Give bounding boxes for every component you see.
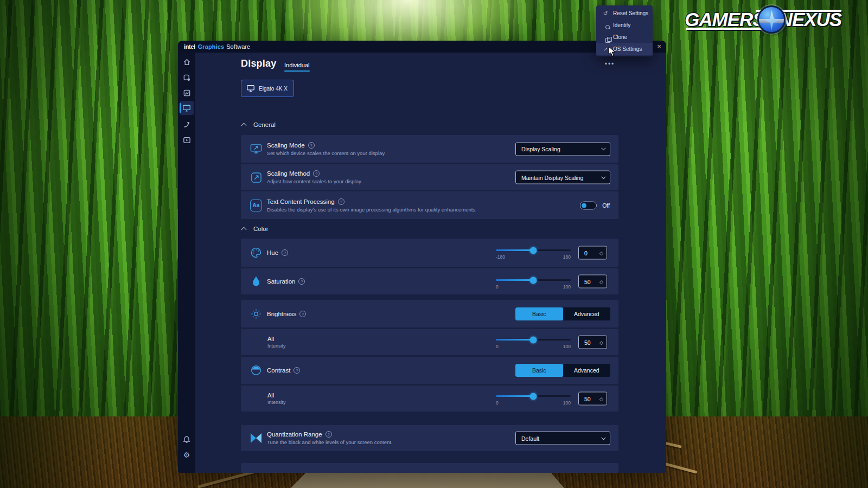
- collapse-general-icon[interactable]: [241, 123, 247, 129]
- section-header-color: Color: [253, 226, 268, 232]
- row-text-content-processing: Aa Text Content Processing? Disables the…: [241, 191, 618, 219]
- sidebar-item-display[interactable]: [180, 101, 194, 115]
- tab-active-underline: [284, 70, 310, 72]
- sidebar-item-performance[interactable]: [180, 117, 194, 131]
- home-icon: [183, 58, 191, 66]
- toggle-state-label: Off: [602, 202, 610, 209]
- slider-track: [496, 395, 571, 397]
- scaling-method-icon: [250, 171, 263, 184]
- help-icon[interactable]: ?: [313, 170, 320, 177]
- help-icon[interactable]: ?: [298, 278, 305, 285]
- help-icon[interactable]: ?: [299, 311, 306, 317]
- brightness-slider[interactable]: 0100: [496, 339, 571, 349]
- app-brand: intelGraphicsSoftware: [184, 43, 250, 50]
- row-contrast: Contrast? Basic Advanced: [241, 357, 618, 384]
- brightness-number-input[interactable]: 50 ◇: [578, 336, 607, 349]
- hue-palette-icon: [250, 246, 263, 259]
- row-hue: Hue? -180180 0 ◇: [241, 239, 618, 267]
- spinner-icon[interactable]: ◇: [599, 250, 603, 255]
- slider-min-label: -180: [496, 254, 505, 260]
- close-button[interactable]: ×: [654, 42, 664, 52]
- tab-individual[interactable]: Individual: [284, 62, 309, 68]
- collapse-color-icon[interactable]: [241, 227, 247, 233]
- brightness-sun-icon: [250, 307, 263, 320]
- help-icon[interactable]: ?: [326, 431, 332, 438]
- help-icon[interactable]: ?: [282, 249, 288, 256]
- gear-icon: ⚙: [183, 451, 190, 459]
- display-icon: [182, 104, 191, 112]
- more-options-button[interactable]: •••: [602, 60, 617, 69]
- contrast-basic-button[interactable]: Basic: [515, 364, 563, 377]
- brightness-mode-segmented: Basic Advanced: [515, 307, 610, 320]
- slider-thumb[interactable]: [530, 247, 537, 254]
- menu-item-label: Identify: [613, 22, 630, 28]
- contrast-number-input[interactable]: 50 ◇: [578, 392, 607, 406]
- brand-graphics: Graphics: [198, 43, 225, 50]
- saturation-number-input[interactable]: 50 ◇: [578, 275, 607, 288]
- slider-thumb[interactable]: [530, 393, 537, 400]
- scaling-mode-dropdown[interactable]: Display Scaling: [515, 142, 610, 156]
- help-icon[interactable]: ?: [338, 198, 344, 205]
- scaling-method-text: Scaling Method? Adjust how content scale…: [267, 170, 362, 184]
- slider-max-label: 100: [563, 284, 571, 290]
- help-icon[interactable]: ?: [293, 367, 300, 374]
- menu-item-os-settings[interactable]: ↗ OS Settings: [596, 43, 653, 55]
- display-options-context-menu: ↺ Reset Settings Identify Clone ↗ OS Set…: [596, 5, 653, 56]
- slider-thumb[interactable]: [530, 277, 537, 284]
- video-icon: [183, 136, 191, 144]
- quantization-dropdown[interactable]: Default: [515, 432, 610, 445]
- sidebar: ⚙: [178, 53, 195, 473]
- scaling-mode-icon: [250, 143, 263, 156]
- section-header-general: General: [253, 121, 276, 128]
- gamersnexus-logo: GAMERS NEXUS: [685, 5, 841, 34]
- saturation-label: Saturation: [267, 278, 295, 285]
- help-icon[interactable]: ?: [308, 142, 315, 149]
- slider-track: [496, 279, 571, 281]
- brightness-label: Brightness: [267, 311, 296, 317]
- row-saturation: Saturation? 0100 50 ◇: [241, 268, 618, 294]
- menu-item-identify[interactable]: Identify: [596, 19, 653, 31]
- slider-min-label: 0: [496, 344, 499, 349]
- slider-fill: [496, 249, 533, 251]
- row-brightness-all: All Intensity 0100 50 ◇: [241, 329, 618, 355]
- contrast-slider[interactable]: 0100: [496, 395, 571, 406]
- device-button-elgato[interactable]: Elgato 4K X: [241, 80, 294, 97]
- brightness-basic-button[interactable]: Basic: [515, 307, 563, 320]
- sidebar-item-drivers[interactable]: [180, 70, 194, 85]
- gamersnexus-logo-gamers: GAMERS: [685, 9, 765, 30]
- spinner-icon[interactable]: ◇: [599, 279, 603, 284]
- slider-min-label: 0: [496, 400, 499, 406]
- device-label: Elgato 4K X: [259, 86, 288, 92]
- quantization-range-icon: [250, 432, 263, 445]
- gamersnexus-star-icon: [765, 10, 779, 31]
- sidebar-item-media[interactable]: [180, 86, 194, 100]
- sidebar-item-notifications[interactable]: [180, 432, 194, 446]
- sidebar-item-settings[interactable]: ⚙: [180, 448, 194, 462]
- saturation-slider[interactable]: 0100: [496, 279, 571, 290]
- reset-icon: ↺: [602, 10, 609, 16]
- spinner-icon[interactable]: ◇: [599, 396, 603, 401]
- spinner-icon[interactable]: ◇: [599, 339, 603, 345]
- row-partial-clipped: [241, 463, 618, 473]
- hue-text: Hue?: [267, 249, 288, 256]
- brightness-text: Brightness?: [267, 311, 306, 317]
- hue-slider[interactable]: -180180: [496, 249, 571, 260]
- scaling-method-dropdown[interactable]: Maintain Display Scaling: [515, 171, 610, 184]
- contrast-all-text: All Intensity: [267, 392, 286, 405]
- brightness-advanced-button[interactable]: Advanced: [563, 307, 611, 320]
- slider-thumb[interactable]: [530, 336, 537, 343]
- sidebar-item-video[interactable]: [180, 133, 194, 147]
- hue-number-input[interactable]: 0 ◇: [578, 246, 607, 260]
- menu-item-reset-settings[interactable]: ↺ Reset Settings: [596, 7, 653, 19]
- contrast-intensity-label: Intensity: [267, 400, 286, 405]
- contrast-advanced-button[interactable]: Advanced: [563, 364, 611, 377]
- performance-icon: [183, 120, 191, 129]
- row-scaling-method: Scaling Method? Adjust how content scale…: [241, 164, 618, 190]
- contrast-label: Contrast: [267, 367, 290, 374]
- slider-max-label: 180: [563, 254, 571, 260]
- contrast-text: Contrast?: [267, 367, 300, 374]
- scaling-mode-text: Scaling Mode? Set which device scales th…: [267, 142, 386, 156]
- menu-item-clone[interactable]: Clone: [596, 31, 653, 43]
- text-processing-toggle[interactable]: [580, 201, 597, 209]
- sidebar-item-home[interactable]: [180, 55, 194, 69]
